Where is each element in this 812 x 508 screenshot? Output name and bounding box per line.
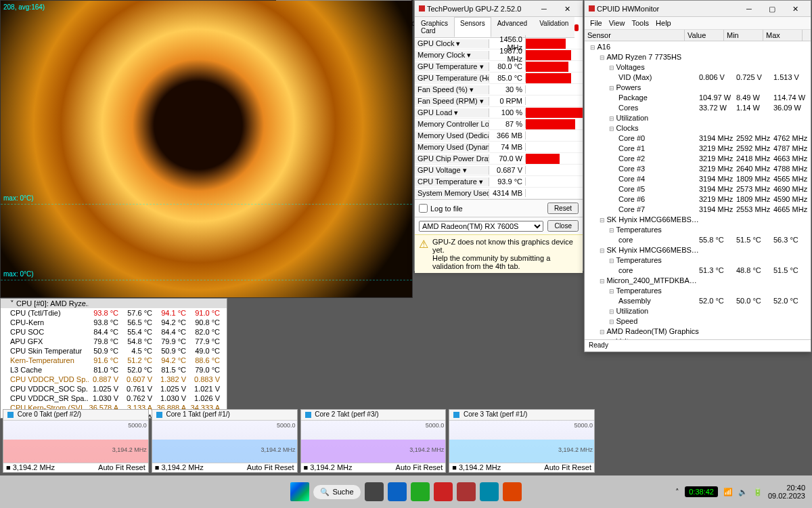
minimize-button[interactable]: ─ [533,1,556,16]
menu-item[interactable]: Help [656,19,671,27]
tree-row[interactable]: Core #53194 MHz2573 MHz4690 MHz [585,184,811,194]
tree-row[interactable]: ⊟ Utilization [585,112,811,123]
hwmonitor-titlebar[interactable]: CPUID HWMonitor ─ ▢ ✕ [585,1,811,17]
tree-row[interactable]: ⊟ SK Hynix HMCG66MEBSA092N [585,245,811,255]
sensor-row[interactable]: GPU Temperature ▾80.0 °C [415,61,583,72]
perf-card[interactable]: Core 2 Takt (perf #3/)5000.03,194.2 MHz■… [300,409,447,473]
tree-row[interactable]: Core #73194 MHz2553 MHz4665 MHz [585,204,811,214]
tree-row[interactable]: Core #63219 MHz1809 MHz4590 MHz [585,194,811,204]
hwinfo-row[interactable]: CPU (Tctl/Tdie)93.8 °C57.6 °C94.1 °C91.0… [1,308,227,318]
hwinfo-row[interactable]: CPU-Kern93.8 °C56.5 °C94.2 °C90.8 °C [1,318,227,327]
tree-row[interactable]: ⊟ Temperatures [585,285,811,295]
minimize-button[interactable]: ─ [738,1,761,16]
hwmonitor-window[interactable]: CPUID HWMonitor ─ ▢ ✕ FileViewToolsHelp … [584,0,811,352]
close-button[interactable]: ✕ [556,1,579,16]
gpuz-device-select[interactable]: AMD Radeon(TM) RX 7600S [419,221,543,232]
hwinfo-row[interactable]: CPU VDDCR_VDD Sp...0.887 V0.607 V1.382 V… [1,375,227,384]
hwinfo-panel[interactable]: ˅ CPU [#0]: AMD Ryze...CPU (Tctl/Tdie)93… [0,298,227,419]
sensor-row[interactable]: Memory Controller Load ▾87 % [415,119,583,130]
sensor-row[interactable]: Memory Clock ▾1987.0 MHz [415,49,583,61]
hwinfo-row[interactable]: CPU SOC84.4 °C55.4 °C84.4 °C82.0 °C [1,327,227,337]
sensor-row[interactable]: CPU Temperature ▾93.9 °C [415,176,583,188]
gpuz-taskbar-icon[interactable] [434,482,453,501]
explorer-icon[interactable] [388,482,407,501]
sensor-row[interactable]: Memory Used (Dedicated) ▾366 MB [415,130,583,142]
tree-row[interactable]: ⊟ AMD Radeon(TM) Graphics [585,326,811,336]
sensor-row[interactable]: GPU Voltage ▾0.687 V [415,165,583,176]
perf-autofit[interactable]: Auto Fit Reset [544,463,591,472]
tree-row[interactable]: ⊟ A16 [585,41,811,51]
tree-row[interactable]: Core #03194 MHz2592 MHz4762 MHz [585,133,811,143]
hwinfo-row[interactable]: ˅ CPU [#0]: AMD Ryze... [1,299,227,308]
system-tray[interactable]: ˄ 0:38:42 📶 🔈 🔋 20:4009.02.2023 [675,484,805,500]
tree-row[interactable]: core55.8 °C51.5 °C56.3 °C [585,234,811,245]
tree-row[interactable]: Cores33.72 W1.14 W36.09 W [585,102,811,112]
tab-advanced[interactable]: Advanced [491,17,533,37]
maximize-button[interactable]: ▢ [761,1,784,16]
perf-autofit[interactable]: Auto Fit Reset [396,463,443,472]
wifi-icon[interactable]: 📶 [723,488,733,496]
tree-row[interactable]: core51.3 °C48.8 °C51.5 °C [585,265,811,275]
gpuz-log-checkbox[interactable]: Log to file [419,204,463,213]
sensor-row[interactable]: Fan Speed (%) ▾30 % [415,84,583,96]
hwinfo-row[interactable]: CPU Skin Temperatur50.9 °C4.5 °C50.9 °C4… [1,346,227,356]
prime95-taskbar-icon[interactable] [411,482,430,501]
gpuz-reset-button[interactable]: Reset [547,203,579,214]
hwinfo-row[interactable]: CPU VDDCR_SOC Sp...1.025 V0.761 V1.025 V… [1,384,227,394]
hwinfo-row[interactable]: L3 Cache81.0 °C52.0 °C81.5 °C79.0 °C [1,365,227,375]
perf-card[interactable]: Core 0 Takt (perf #2/)5000.03,194.2 MHz■… [3,409,149,473]
perf-card[interactable]: Core 1 Takt (perf #1/)5000.03,194.2 MHz■… [152,409,298,473]
tree-row[interactable]: ⊟ Temperatures [585,224,811,234]
volume-icon[interactable]: 🔈 [738,488,748,496]
tree-row[interactable]: Package104.97 W8.49 W114.74 W [585,92,811,102]
start-button[interactable] [290,482,309,501]
tree-row[interactable]: VID (Max)0.806 V0.725 V1.513 V [585,72,811,82]
taskview-icon[interactable] [365,482,384,501]
tree-row[interactable]: ⊟ Speed [585,316,811,326]
sensor-row[interactable]: GPU Load ▾100 % [415,107,583,119]
tree-row[interactable]: ⊟ Clocks [585,123,811,133]
gpuz-close-button[interactable]: Close [547,220,579,232]
furmark-taskbar-icon[interactable] [503,482,522,501]
hwinfo-row[interactable]: APU GFX79.8 °C54.8 °C79.9 °C77.9 °C [1,337,227,346]
gpuz-titlebar[interactable]: TechPowerUp GPU-Z 2.52.0 ─ ✕ [415,1,583,17]
tree-row[interactable]: Assembly52.0 °C50.0 °C52.0 °C [585,295,811,305]
tree-row[interactable]: Core #13219 MHz2592 MHz4787 MHz [585,143,811,153]
tab-graphics-card[interactable]: Graphics Card [415,17,454,37]
tree-row[interactable]: Core #23219 MHz2418 MHz4663 MHz [585,153,811,163]
gpuz-window[interactable]: TechPowerUp GPU-Z 2.52.0 ─ ✕ Graphics Ca… [414,0,583,271]
furmark-window[interactable]: 208, avg:164) max: 0°C) max: 0°C) [0,0,413,298]
tree-row[interactable]: Core #33219 MHz2640 MHz4788 MHz [585,163,811,173]
battery-icon[interactable]: 🔋 [753,488,763,496]
hwmonitor-tree[interactable]: ⊟ A16⊟ AMD Ryzen 7 7735HS⊟ VoltagesVID (… [585,41,811,339]
tree-row[interactable]: ⊟ Micron_2400_MTFDKBA1T0QFM [585,275,811,285]
tab-sensors[interactable]: Sensors [454,17,491,37]
perf-autofit[interactable]: Auto Fit Reset [247,463,294,472]
menu-item[interactable]: View [609,19,625,27]
taskbar-search[interactable]: 🔍Suche [313,485,360,499]
tray-chevron-icon[interactable]: ˄ [675,488,679,496]
sensor-row[interactable]: Fan Speed (RPM) ▾0 RPM [415,96,583,107]
taskbar[interactable]: 🔍Suche ˄ 0:38:42 📶 🔈 🔋 20:4009.02.2023 [0,475,812,508]
hwinfo-row[interactable]: CPU VDDCR_SR Spa...1.030 V0.762 V1.030 V… [1,394,227,403]
tree-row[interactable]: ⊟ Temperatures [585,255,811,265]
tree-row[interactable]: Core #43194 MHz1809 MHz4565 MHz [585,173,811,184]
sensor-row[interactable]: GPU Chip Power Draw ▾70.0 W [415,153,583,165]
tree-row[interactable]: ⊟ Powers [585,82,811,92]
menu-item[interactable]: Tools [631,19,649,27]
perf-autofit[interactable]: Auto Fit Reset [98,463,145,472]
tree-row[interactable]: ⊟ AMD Ryzen 7 7735HS [585,51,811,62]
hwinfo-row[interactable]: Kern-Temperaturen91.6 °C51.2 °C94.2 °C88… [1,356,227,365]
sensor-row[interactable]: Memory Used (Dynamic) ▾74 MB [415,142,583,153]
tray-datetime[interactable]: 20:4009.02.2023 [768,484,805,500]
sensor-row[interactable]: System Memory Used ▾4314 MB [415,188,583,199]
tab-validation[interactable]: Validation [533,17,574,37]
tree-row[interactable]: ⊟ Voltages [585,62,811,72]
close-button[interactable]: ✕ [784,1,807,16]
perf-card[interactable]: Core 3 Takt (perf #1/)5000.03,194.2 MHz■… [449,409,595,473]
tree-row[interactable]: ⊟ SK Hynix HMCG66MEBSA092N [585,214,811,224]
tree-row[interactable]: ⊟ Utilization [585,305,811,316]
hwmonitor-taskbar-icon[interactable] [457,482,476,501]
sensor-row[interactable]: GPU Temperature (Hot Spot) ▾85.0 °C [415,72,583,84]
hwinfo-taskbar-icon[interactable] [480,482,499,501]
